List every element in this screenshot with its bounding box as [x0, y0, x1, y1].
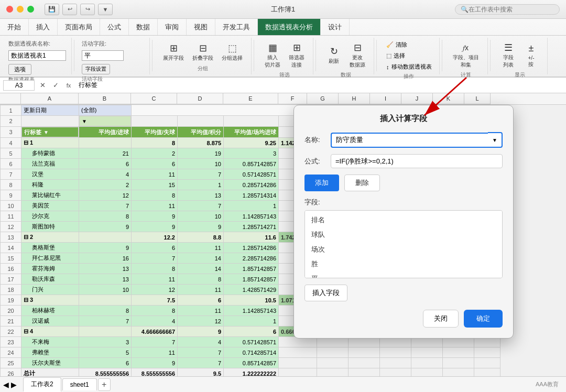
formula-field-input[interactable] [331, 154, 503, 168]
dialog-footer: 关闭 确定 [304, 310, 503, 328]
fields-section: 字段: 排名 球队 场次 胜 平 负 进球 [304, 198, 503, 278]
formula-row: 公式: [304, 154, 503, 168]
name-row: 名称: ▼ [304, 132, 503, 148]
fields-list[interactable]: 排名 球队 场次 胜 平 负 进球 [304, 210, 503, 278]
delete-button[interactable]: 删除 [344, 175, 380, 191]
dialog-overlay: 插入计算字段 名称: ▼ 公式: 添加 删除 字段: 排名 [0, 93, 566, 379]
dialog-title: 插入计算字段 [304, 114, 503, 124]
insert-calculated-field-dialog: 插入计算字段 名称: ▼ 公式: 添加 删除 字段: 排名 [293, 105, 514, 339]
name-label: 名称: [304, 135, 325, 145]
add-button[interactable]: 添加 [304, 175, 339, 191]
formula-label: 公式: [304, 157, 325, 166]
fields-section-label: 字段: [304, 198, 503, 207]
name-input-wrapper: ▼ [331, 132, 503, 148]
action-row: 添加 删除 [304, 175, 503, 191]
field-item-win[interactable]: 胜 [305, 257, 502, 271]
name-dropdown-button[interactable]: ▼ [488, 132, 503, 148]
insert-field-button[interactable]: 插入字段 [304, 285, 347, 301]
field-item-draw[interactable]: 平 [305, 271, 502, 278]
field-item-matches[interactable]: 场次 [305, 242, 502, 257]
main-area: A B C D E F G H I J K L 1 [0, 93, 566, 379]
confirm-dialog-button[interactable]: 确定 [464, 310, 503, 328]
field-item-rank[interactable]: 排名 [305, 213, 502, 227]
field-item-team[interactable]: 球队 [305, 227, 502, 242]
close-dialog-button[interactable]: 关闭 [423, 310, 459, 328]
name-input[interactable] [331, 133, 488, 148]
